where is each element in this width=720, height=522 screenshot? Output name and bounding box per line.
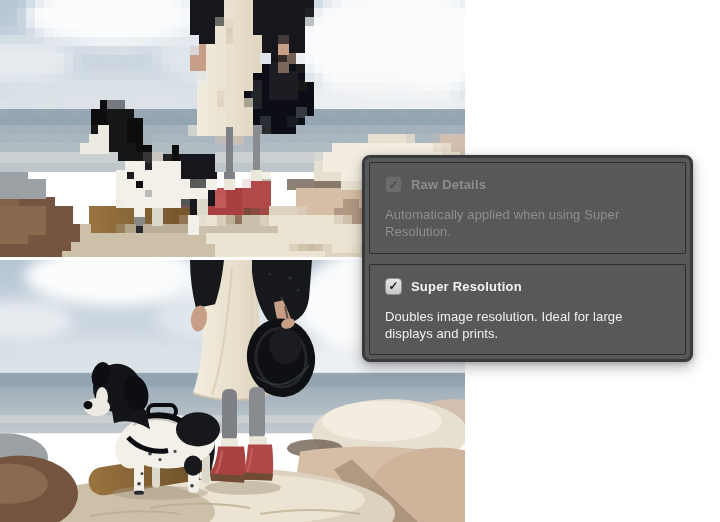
raw-details-checkbox: ✓ xyxy=(385,176,402,193)
super-resolution-checkbox[interactable]: ✓ xyxy=(385,278,402,295)
checkmark-icon: ✓ xyxy=(388,280,398,292)
raw-details-description: Automatically applied when using Super R… xyxy=(385,206,670,240)
raw-details-option: ✓ Raw Details Automatically applied when… xyxy=(369,162,686,254)
super-resolution-description: Doubles image resolution. Ideal for larg… xyxy=(385,308,670,342)
super-resolution-option[interactable]: ✓ Super Resolution Doubles image resolut… xyxy=(369,264,686,356)
super-resolution-label: Super Resolution xyxy=(411,279,522,294)
enhance-options-panel: ✓ Raw Details Automatically applied when… xyxy=(362,155,693,362)
checkmark-icon: ✓ xyxy=(388,179,398,191)
raw-details-label: Raw Details xyxy=(411,177,486,192)
